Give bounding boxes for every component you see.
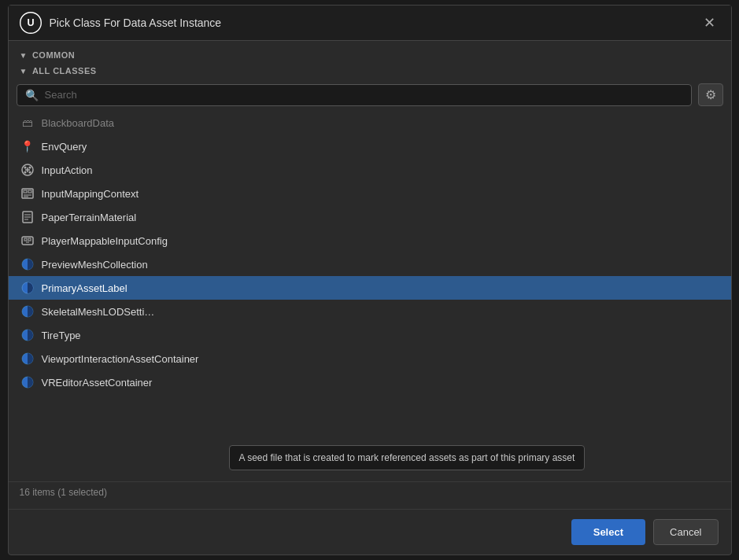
svg-point-5 — [24, 167, 26, 169]
item-label: ViewportInteractionAssetContainer — [42, 353, 720, 365]
status-text: 16 items (1 selected) — [20, 487, 107, 498]
list-item[interactable]: 📍 EnvQuery — [9, 134, 731, 158]
svg-text:U: U — [27, 17, 34, 28]
ue-logo-icon: U — [20, 12, 42, 34]
search-icon: 🔍 — [25, 89, 39, 101]
svg-rect-18 — [22, 237, 33, 245]
list-item[interactable]: PreviewMeshCollection — [9, 252, 731, 276]
item-label: VREditorAssetContainer — [42, 377, 720, 389]
svg-point-7 — [28, 167, 31, 169]
item-icon — [20, 304, 35, 319]
settings-button[interactable]: ⚙ — [698, 83, 723, 106]
item-label: PaperTerrainMaterial — [42, 212, 720, 223]
close-button[interactable]: ✕ — [699, 13, 720, 33]
list-item[interactable]: ViewportInteractionAssetContainer — [9, 347, 731, 370]
svg-rect-19 — [24, 238, 27, 241]
item-icon — [20, 280, 35, 296]
dialog-footer: Select Cancel — [9, 509, 731, 554]
dialog-title: Pick Class For Data Asset Instance — [50, 17, 222, 29]
all-classes-section-label: ALL CLASSES — [32, 66, 97, 76]
tooltip: A seed file that is created to mark refe… — [229, 445, 586, 470]
item-label: PrimaryAssetLabel — [42, 282, 720, 294]
list-item[interactable]: SkeletalMeshLODSetti… — [9, 300, 731, 323]
common-chevron-icon: ▼ — [20, 51, 28, 60]
search-row: 🔍 ⚙ — [9, 79, 731, 111]
item-icon — [20, 374, 35, 390]
item-label: InputAction — [42, 164, 720, 176]
list-item[interactable]: 🗃 BlackboardData — [9, 111, 731, 134]
pick-class-dialog: U Pick Class For Data Asset Instance ✕ ▼… — [8, 5, 732, 555]
item-icon: 📍 — [20, 138, 35, 154]
list-item[interactable]: PaperTerrainMaterial — [9, 205, 731, 229]
item-icon — [20, 233, 35, 249]
item-label: TireType — [42, 330, 720, 341]
item-label: InputMappingContext — [42, 188, 720, 200]
item-icon — [20, 162, 35, 178]
item-icon: 🗃 — [20, 115, 35, 131]
list-item[interactable]: InputMappingContext — [9, 182, 731, 205]
all-classes-chevron-icon: ▼ — [20, 67, 28, 76]
list-item-selected[interactable]: PrimaryAssetLabel A seed file that is cr… — [9, 276, 731, 300]
item-label: PlayerMappableInputConfig — [42, 235, 720, 247]
item-label: BlackboardData — [42, 117, 720, 129]
common-section-header[interactable]: ▼ COMMON — [9, 47, 731, 63]
item-icon — [20, 186, 35, 201]
list-item[interactable]: VREditorAssetContainer — [9, 370, 731, 394]
title-bar-left: U Pick Class For Data Asset Instance — [20, 12, 222, 34]
svg-rect-20 — [28, 238, 31, 241]
svg-point-8 — [24, 171, 26, 174]
item-icon — [20, 209, 35, 225]
list-item[interactable]: TireType — [9, 323, 731, 347]
class-list: 🗃 BlackboardData 📍 EnvQuery — [9, 111, 731, 481]
item-icon — [20, 327, 35, 343]
item-label: SkeletalMeshLODSetti… — [42, 306, 720, 318]
list-item[interactable]: InputAction — [9, 158, 731, 182]
item-label: EnvQuery — [42, 141, 720, 153]
svg-point-6 — [28, 171, 31, 174]
select-button[interactable]: Select — [571, 519, 645, 545]
cancel-button[interactable]: Cancel — [653, 519, 718, 545]
status-bar: 16 items (1 selected) — [9, 481, 731, 503]
search-box: 🔍 — [17, 84, 692, 106]
svg-rect-10 — [24, 190, 27, 193]
all-classes-section-header[interactable]: ▼ ALL CLASSES — [9, 63, 731, 79]
search-input[interactable] — [45, 89, 683, 101]
list-item[interactable]: PlayerMappableInputConfig — [9, 229, 731, 252]
dialog-content: ▼ COMMON ▼ ALL CLASSES 🔍 ⚙ 🗃 BlackboardD… — [9, 41, 731, 509]
svg-rect-11 — [28, 190, 31, 193]
item-icon — [20, 351, 35, 367]
item-icon — [20, 256, 35, 272]
title-bar: U Pick Class For Data Asset Instance ✕ — [9, 6, 731, 41]
common-section-label: COMMON — [32, 50, 75, 60]
item-label: PreviewMeshCollection — [42, 259, 720, 271]
